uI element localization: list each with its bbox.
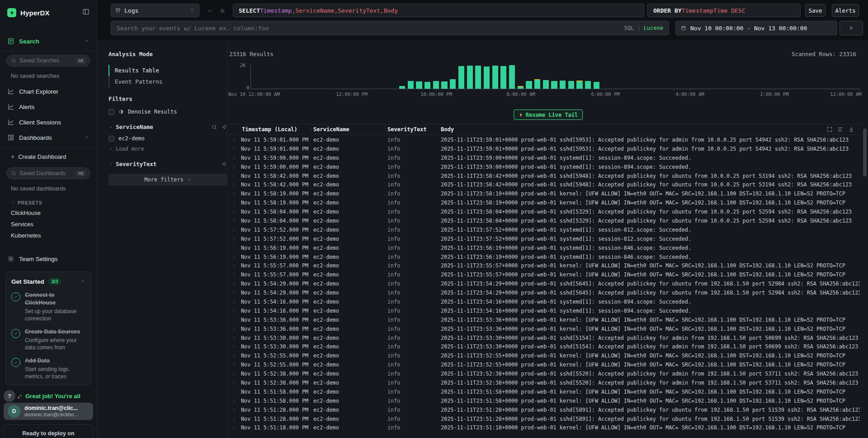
sidebar-nav-item[interactable]: Client Sessions (0, 114, 97, 130)
preset-dashboard-item[interactable]: Kubernetes (0, 230, 97, 241)
expand-row-icon[interactable] (232, 371, 236, 376)
alerts-button[interactable]: Alerts (832, 4, 859, 17)
expand-row-icon[interactable] (232, 362, 236, 367)
column-header-servicename[interactable]: ServiceName (313, 126, 349, 133)
toggle-sql[interactable]: SQL (624, 25, 634, 31)
order-by-input[interactable]: ORDER BY TimestampTime DESC (647, 4, 801, 17)
events-histogram[interactable]: 2K 0 Nov 10 12:00:00 AM12:00:00 PM10:00:… (228, 58, 868, 100)
pin-icon[interactable] (222, 162, 227, 167)
expand-row-icon[interactable] (232, 344, 236, 349)
search-input[interactable]: Search your events w/ Lucene ex. column:… (111, 21, 669, 35)
sidebar-item-dashboards[interactable]: Dashboards (0, 130, 97, 145)
table-row[interactable]: Nov 11 5:58:19.000 PM ec2-demo info 2025… (228, 198, 862, 207)
select-columns-input[interactable]: SELECT Timestamp,ServiceName,SeverityTex… (233, 4, 644, 17)
saved-searches-input[interactable]: Saved Searches ⌘K (6, 55, 90, 67)
run-query-button[interactable] (840, 21, 863, 35)
expand-row-icon[interactable] (232, 255, 236, 259)
expand-row-icon[interactable] (232, 381, 236, 385)
denoise-results-checkbox-row[interactable]: Denoise Results (108, 109, 227, 115)
expand-row-icon[interactable] (232, 417, 236, 421)
expand-row-icon[interactable] (232, 425, 236, 430)
table-row[interactable]: Nov 11 5:58:42.000 PM ec2-demo info 2025… (228, 171, 862, 181)
table-row[interactable]: Nov 11 5:54:29.000 PM ec2-demo info 2025… (228, 279, 862, 288)
expand-row-icon[interactable] (232, 408, 236, 412)
expand-row-icon[interactable] (232, 390, 236, 394)
facet-servicename[interactable]: ServiceName (108, 124, 227, 130)
table-row[interactable]: Nov 11 5:56:19.000 PM ec2-demo info 2025… (228, 252, 862, 262)
expand-row-icon[interactable] (232, 200, 236, 205)
expand-row-icon[interactable] (232, 336, 236, 340)
pin-icon[interactable] (222, 124, 227, 130)
expand-row-icon[interactable] (232, 147, 236, 151)
table-row[interactable]: Nov 11 5:59:00.000 PM ec2-demo info 2025… (228, 153, 862, 162)
table-row[interactable]: Nov 11 5:58:19.000 PM ec2-demo info 2025… (228, 189, 862, 198)
chevron-up-icon[interactable] (84, 38, 90, 45)
create-dashboard-button[interactable]: + Create Dashboard (0, 149, 97, 164)
table-row[interactable]: Nov 11 5:54:16.000 PM ec2-demo info 2025… (228, 306, 862, 315)
expand-row-icon[interactable] (232, 327, 236, 331)
get-started-step[interactable]: Connect to ClickHouse Set up your databa… (11, 291, 85, 322)
table-row[interactable]: Nov 11 5:52:55.000 PM ec2-demo info 2025… (228, 360, 862, 369)
edit-source-button[interactable] (205, 6, 215, 16)
chevron-up-icon[interactable] (80, 277, 85, 286)
expand-row-icon[interactable] (232, 219, 236, 223)
column-header-timestamp[interactable]: Timestamp (Local) (242, 126, 297, 133)
expand-row-icon[interactable] (232, 191, 236, 196)
table-row[interactable]: Nov 11 5:55:57.000 PM ec2-demo info 2025… (228, 270, 862, 279)
table-row[interactable]: Nov 11 5:56:19.000 PM ec2-demo info 2025… (228, 243, 862, 252)
presets-toggle[interactable]: PRESETS (0, 196, 97, 207)
preset-dashboard-item[interactable]: Services (0, 219, 97, 230)
table-row[interactable]: Nov 11 5:58:04.000 PM ec2-demo info 2025… (228, 216, 862, 225)
table-row[interactable]: Nov 11 5:52:55.000 PM ec2-demo info 2025… (228, 351, 862, 360)
expand-row-icon[interactable] (232, 300, 236, 304)
expand-row-icon[interactable] (232, 318, 236, 322)
more-filters-button[interactable]: More filters (108, 174, 227, 186)
table-row[interactable]: Nov 11 5:51:58.000 PM ec2-demo info 2025… (228, 387, 862, 396)
table-row[interactable]: Nov 11 5:53:30.000 PM ec2-demo info 2025… (228, 342, 862, 351)
user-menu[interactable]: D dominic.tran@clic... dominic.tran@clic… (4, 403, 93, 420)
checkbox[interactable] (108, 136, 114, 142)
expand-row-icon[interactable] (232, 399, 236, 403)
expand-row-icon[interactable] (232, 237, 236, 241)
date-range-picker[interactable]: Nov 10 00:00:00 - Nov 13 00:00:00 (675, 21, 837, 35)
expand-row-icon[interactable] (232, 272, 236, 277)
table-row[interactable]: Nov 11 5:59:00.000 PM ec2-demo info 2025… (228, 162, 862, 171)
table-row[interactable]: Nov 11 5:51:28.000 PM ec2-demo info 2025… (228, 414, 862, 424)
expand-row-icon[interactable] (232, 228, 236, 232)
table-row[interactable]: Nov 11 5:58:42.000 PM ec2-demo info 2025… (228, 180, 862, 189)
table-row[interactable]: Nov 11 5:57:52.000 PM ec2-demo info 2025… (228, 234, 862, 243)
table-row[interactable]: Nov 11 5:52:38.000 PM ec2-demo info 2025… (228, 369, 862, 378)
analysis-mode-option[interactable]: Event Patterns (108, 76, 227, 87)
table-row[interactable]: Nov 11 5:59:01.000 PM ec2-demo info 2025… (228, 144, 862, 153)
table-row[interactable]: Nov 11 5:52:38.000 PM ec2-demo info 2025… (228, 378, 862, 387)
saved-dashboards-input[interactable]: Saved Dashboards ⌘K (6, 167, 90, 179)
table-row[interactable]: Nov 11 5:58:04.000 PM ec2-demo info 2025… (228, 207, 862, 216)
expand-row-icon[interactable] (232, 353, 236, 358)
save-button[interactable]: Save (805, 4, 826, 17)
table-row[interactable]: Nov 11 5:51:58.000 PM ec2-demo info 2025… (228, 396, 862, 405)
sidebar-item-team-settings[interactable]: Team Settings (0, 251, 97, 267)
get-started-step[interactable]: Add Data Start sending logs, metrics, or… (11, 357, 85, 380)
table-row[interactable]: Nov 11 5:55:57.000 PM ec2-demo info 2025… (228, 261, 862, 270)
table-row[interactable]: Nov 11 5:54:29.000 PM ec2-demo info 2025… (228, 288, 862, 297)
expand-row-icon[interactable] (232, 246, 236, 250)
source-select[interactable]: Logs (111, 4, 199, 17)
expand-row-icon[interactable] (232, 182, 236, 187)
expand-row-icon[interactable] (232, 309, 236, 313)
table-scrollbar-thumb[interactable] (863, 129, 867, 176)
column-header-body[interactable]: Body (441, 126, 454, 133)
chevron-up-icon[interactable] (84, 134, 90, 141)
get-started-step[interactable]: Create Data Sources Configure where your… (11, 328, 85, 351)
load-more-button[interactable]: Load more (108, 146, 227, 152)
sidebar-item-search[interactable]: Search (0, 33, 97, 49)
facet-search-icon[interactable] (212, 124, 217, 130)
expand-row-icon[interactable] (232, 263, 236, 268)
expand-row-icon[interactable] (232, 156, 236, 160)
collapse-sidebar-icon[interactable] (82, 8, 90, 17)
table-row[interactable]: Nov 11 5:53:36.000 PM ec2-demo info 2025… (228, 324, 862, 333)
checkbox[interactable] (108, 109, 114, 115)
toggle-lucene[interactable]: Lucene (644, 25, 663, 31)
expand-row-icon[interactable] (232, 281, 236, 286)
expand-row-icon[interactable] (232, 174, 236, 178)
column-settings-icon[interactable] (837, 126, 844, 133)
